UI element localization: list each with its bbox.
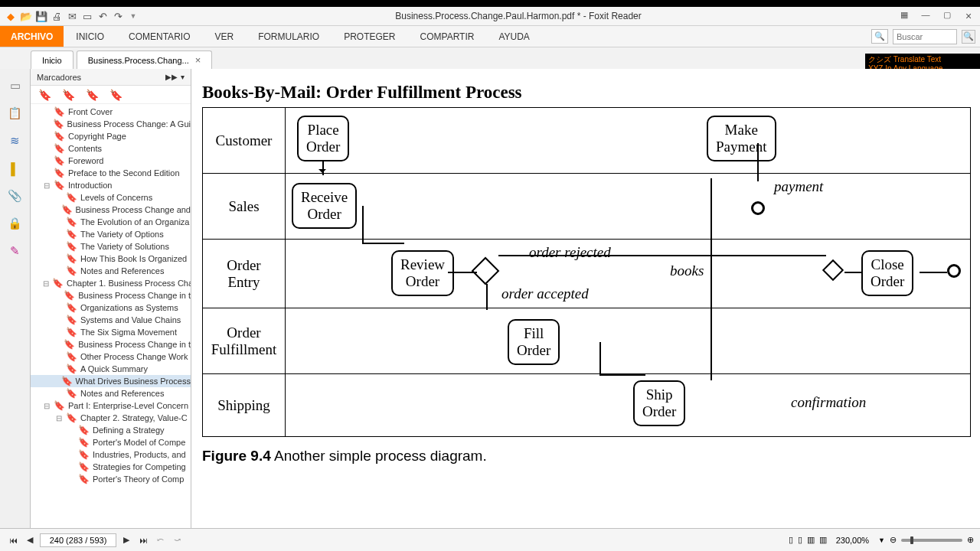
print-icon[interactable]: 🖨 [51,10,63,22]
zoom-in-button[interactable]: ⊕ [967,535,974,545]
bookmark-item[interactable]: 🔖A Quick Summary [31,363,191,375]
maximize-icon[interactable]: ▢ [940,10,954,22]
find-icon[interactable]: 🔍 [871,29,888,44]
panel-menu-icon[interactable]: ▾ [181,73,185,81]
lock-icon[interactable]: 🔒 [8,216,23,231]
tab-document[interactable]: Business.Process.Chang...× [77,51,213,69]
prev-page-button[interactable]: ◀ [23,533,37,547]
titlebar: ◆ 📂 💾 🖨 ✉ ▭ ↶ ↷ ▼ Business.Process.Chang… [0,7,980,26]
search-input[interactable] [893,29,957,44]
menu-proteger[interactable]: PROTEGER [332,26,407,47]
bm-opts-icon[interactable]: 🔖 [109,89,122,101]
bookmarks-panel: Marcadores ▶▶▾ 🔖 🔖 🔖 🔖 🔖Front Cover🔖Busi… [31,69,191,528]
bookmark-item[interactable]: ⊟🔖Chapter 1. Business Process Cha [31,277,191,289]
redo-icon[interactable]: ↷ [112,10,124,22]
next-page-button[interactable]: ▶ [119,533,133,547]
tab-close-icon[interactable]: × [195,54,201,66]
last-page-button[interactable]: ⏭ [136,533,150,547]
menu-comentario[interactable]: COMENTARIO [116,26,202,47]
page-input[interactable] [40,533,116,547]
view-cont-icon[interactable]: ▯ [798,535,802,545]
bookmark-item[interactable]: 🔖The Variety of Solutions [31,240,191,253]
bookmark-item[interactable]: 🔖Notes and References [31,265,191,277]
email-icon[interactable]: ✉ [66,10,78,22]
bookmark-item[interactable]: 🔖Front Cover [31,106,191,118]
swimlane-diagram: CustomerPlaceOrderMakePayment SalesRecei… [202,107,971,437]
menu-file[interactable]: ARCHIVO [0,26,64,47]
bookmark-item[interactable]: ⊟🔖Part I: Enterprise-Level Concern [31,399,191,412]
bookmark-item[interactable]: ⊟🔖Introduction [31,179,191,191]
sign-icon[interactable]: ✎ [8,243,23,259]
tab-home[interactable]: Inicio [31,51,74,69]
bookmark-item[interactable]: 🔖Systems and Value Chains [31,314,191,326]
nav-fwd-button[interactable]: ⤻ [170,533,184,547]
tool-sidebar: ▭ 📋 ≋ ▌ 📎 🔒 ✎ [0,69,31,528]
bookmark-item[interactable]: 🔖Foreword [31,155,191,167]
search-button[interactable]: 🔍 [962,30,975,44]
bookmark-item[interactable]: 🔖Organizations as Systems [31,302,191,314]
note-icon[interactable]: ▌ [8,161,23,176]
minimize-icon[interactable]: — [919,10,933,22]
bookmark-item[interactable]: 🔖Preface to the Second Edition [31,167,191,179]
window-title: Business.Process.Change.Paul.Harmon.pdf … [139,11,897,21]
clip-icon[interactable]: 📎 [8,188,23,204]
view-contfacing-icon[interactable]: ▥ [819,535,827,545]
view-single-icon[interactable]: ▯ [789,535,793,545]
bookmark-item[interactable]: 🔖The Six Sigma Movement [31,326,191,338]
snapshot-icon[interactable]: ▭ [81,10,93,22]
save-icon[interactable]: 💾 [35,10,47,22]
zoom-dropdown-icon[interactable]: ▼ [878,536,885,544]
bookmark-item[interactable]: 🔖Porter's Theory of Comp [31,473,191,485]
ribbon-toggle-icon[interactable]: ▦ [897,10,911,22]
bookmark-item[interactable]: 🔖Defining a Strategy [31,424,191,436]
nav-back-button[interactable]: ⤺ [153,533,167,547]
undo-icon[interactable]: ↶ [96,10,109,22]
page-icon[interactable]: ▭ [8,78,23,93]
close-icon[interactable]: × [962,10,975,22]
bookmark-item[interactable]: 🔖Levels of Concerns [31,191,191,204]
bookmarks-tree[interactable]: 🔖Front Cover🔖Business Process Change: A … [31,104,191,528]
diagram-title: Books-By-Mail: Order Fulfillment Process [202,83,971,103]
bookmark-item[interactable]: 🔖Notes and References [31,387,191,399]
bm-new-icon[interactable]: 🔖 [62,89,75,101]
bookmark-item[interactable]: 🔖Strategies for Competing [31,461,191,473]
menu-inicio[interactable]: INICIO [64,26,116,47]
bookmark-item[interactable]: 🔖The Evolution of an Organiza [31,216,191,228]
app-icon: ◆ [5,10,17,22]
bm-del-icon[interactable]: 🔖 [86,89,99,101]
menu-compartir[interactable]: COMPARTIR [408,26,487,47]
bookmarks-title: Marcadores [37,73,81,82]
view-facing-icon[interactable]: ▥ [807,535,815,545]
clipboard-icon[interactable]: 📋 [8,106,23,121]
bookmark-item[interactable]: 🔖The Variety of Options [31,228,191,240]
bm-expand-icon[interactable]: 🔖 [38,89,51,101]
menu-formulario[interactable]: FORMULARIO [246,26,332,47]
zoom-slider[interactable] [901,539,962,542]
bookmark-item[interactable]: 🔖Business Process Change in t [31,289,191,302]
bookmark-item[interactable]: 🔖Porter's Model of Compe [31,436,191,448]
layers-icon[interactable]: ≋ [8,133,23,148]
bookmark-item[interactable]: 🔖Business Process Change and [31,204,191,216]
bookmark-item[interactable]: 🔖How This Book Is Organized [31,253,191,265]
bookmark-item[interactable]: 🔖Other Process Change Work [31,350,191,363]
tabbar: Inicio Business.Process.Chang...× [0,47,980,69]
menu-ayuda[interactable]: AYUDA [486,26,541,47]
menu-ver[interactable]: VER [202,26,246,47]
zoom-out-button[interactable]: ⊖ [890,535,897,545]
bookmark-item[interactable]: 🔖Business Process Change: A Gui [31,118,191,130]
panel-pin-icon[interactable]: ▶▶ [165,73,178,81]
statusbar: ⏮ ◀ ▶ ⏭ ⤺ ⤻ ▯ ▯ ▥ ▥ 230,00% ▼ ⊖ ⊕ [0,528,980,551]
bookmark-item[interactable]: 🔖Contents [31,142,191,155]
bookmark-item[interactable]: 🔖Industries, Products, and [31,448,191,461]
bookmark-item[interactable]: ⊟🔖Chapter 2. Strategy, Value-C [31,412,191,424]
bookmark-item[interactable]: 🔖What Drives Business Process [31,375,191,387]
figure-caption: Figure 9.4 Another simple process diagra… [202,448,971,465]
bookmark-item[interactable]: 🔖Copyright Page [31,130,191,142]
zoom-value: 230,00% [836,536,869,545]
qat-dropdown-icon[interactable]: ▼ [127,10,139,22]
document-viewport[interactable]: Books-By-Mail: Order Fulfillment Process… [191,69,980,528]
first-page-button[interactable]: ⏮ [6,533,20,547]
menubar: ARCHIVO INICIO COMENTARIO VER FORMULARIO… [0,26,980,47]
open-icon[interactable]: 📂 [20,10,32,22]
bookmark-item[interactable]: 🔖Business Process Change in t [31,338,191,350]
